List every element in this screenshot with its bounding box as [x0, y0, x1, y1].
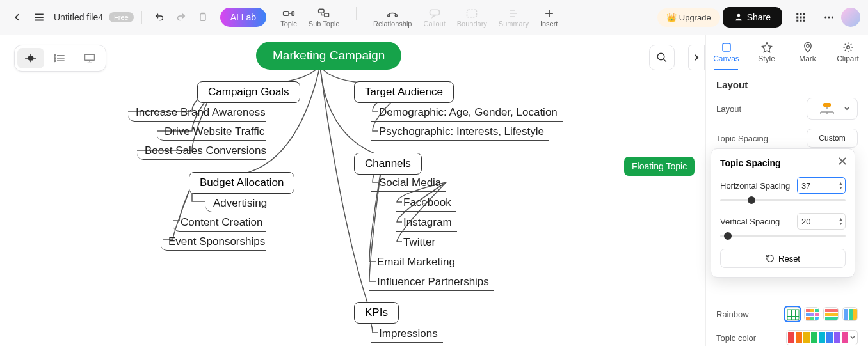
topic-spacing-value[interactable]: Custom	[807, 129, 858, 148]
leaf[interactable]: Advertising	[205, 195, 266, 212]
svg-rect-35	[787, 316, 799, 317]
svg-rect-15	[803, 17, 805, 19]
node-target-audience[interactable]: Target Audience	[354, 81, 454, 103]
paste-icon[interactable]	[193, 8, 213, 27]
svg-rect-40	[815, 309, 819, 312]
root-node[interactable]: Marketing Campaign	[256, 42, 401, 70]
svg-rect-38	[806, 309, 810, 312]
rainbow-label: Rainbow	[716, 310, 749, 319]
popover-title: Topic Spacing	[720, 158, 846, 168]
svg-rect-45	[810, 317, 814, 320]
leaf[interactable]: Social Media	[371, 175, 446, 192]
svg-rect-49	[825, 317, 838, 320]
svg-rect-28	[723, 43, 730, 51]
apps-icon[interactable]	[791, 8, 810, 27]
rainbow-option-1[interactable]	[785, 307, 800, 321]
leaf[interactable]: Impressions	[371, 326, 443, 343]
layout-selector[interactable]	[807, 98, 858, 120]
svg-point-24	[54, 58, 56, 59]
tab-style[interactable]: Style	[746, 35, 787, 70]
leaf[interactable]: Influencer Partnerships	[369, 274, 494, 291]
svg-rect-17	[800, 20, 802, 22]
leaf[interactable]: Content Creation	[173, 214, 266, 232]
svg-rect-43	[815, 313, 819, 316]
svg-point-27	[657, 53, 664, 60]
stepper-icon[interactable]: ▲▼	[839, 217, 843, 226]
svg-rect-48	[825, 313, 838, 316]
rainbow-option-4[interactable]	[842, 307, 858, 321]
collapse-panel-icon[interactable]	[688, 45, 705, 70]
svg-rect-51	[849, 309, 853, 320]
upgrade-button[interactable]: 👑Upgrade	[657, 8, 720, 27]
svg-rect-18	[803, 20, 805, 22]
svg-rect-26	[85, 54, 95, 60]
tab-clipart[interactable]: Clipart	[828, 35, 868, 70]
vertical-spacing-input[interactable]: 20▲▼	[797, 213, 846, 230]
insert-tool[interactable]: Insert	[540, 7, 558, 28]
close-icon[interactable]	[838, 157, 847, 168]
view-toggles	[14, 45, 106, 72]
canvas[interactable]: Marketing Campaign Floating Topic Campai…	[0, 35, 705, 346]
free-badge: Free	[109, 12, 134, 22]
svg-rect-10	[796, 13, 798, 15]
leaf[interactable]: Increase Brand Awareness	[128, 104, 266, 122]
redo-icon[interactable]	[172, 8, 191, 27]
reset-button[interactable]: Reset	[720, 249, 846, 268]
leaf[interactable]: Demographic: Age, Gender, Location	[371, 104, 563, 122]
node-budget[interactable]: Budget Allocation	[189, 172, 294, 194]
boundary-tool[interactable]: Boundary	[457, 7, 487, 28]
node-kpis[interactable]: KPIs	[354, 302, 399, 324]
connectors	[0, 35, 705, 346]
svg-rect-7	[430, 10, 439, 15]
share-button[interactable]: Share	[723, 7, 782, 28]
filename[interactable]: Untitled file4	[54, 12, 103, 22]
leaf[interactable]: Facebook	[396, 194, 456, 212]
svg-rect-11	[800, 13, 802, 15]
svg-point-5	[388, 15, 390, 17]
more-icon[interactable]	[819, 8, 839, 27]
horizontal-spacing-slider[interactable]	[720, 199, 846, 201]
undo-icon[interactable]	[150, 8, 169, 27]
rainbow-option-2[interactable]	[804, 307, 819, 321]
floating-topic[interactable]: Floating Topic	[624, 157, 695, 176]
vertical-spacing-slider[interactable]	[720, 235, 846, 237]
vertical-spacing-label: Vertical Spacing	[720, 217, 780, 226]
crown-icon: 👑	[666, 13, 677, 22]
leaf[interactable]: Twitter	[396, 234, 440, 251]
leaf[interactable]: Boost Sales Conversions	[137, 143, 266, 160]
svg-rect-46	[815, 317, 819, 320]
presentation-view-icon[interactable]	[76, 48, 103, 68]
back-icon[interactable]	[8, 8, 27, 27]
leaf[interactable]: Instagram	[396, 214, 457, 232]
leaf[interactable]: Email Marketing	[369, 254, 460, 271]
leaf[interactable]: Event Sponsorships	[161, 233, 266, 251]
panel-tabs: Canvas Style Mark Clipart	[706, 35, 868, 70]
node-campaign-goals[interactable]: Campaign Goals	[197, 81, 300, 103]
search-button[interactable]	[649, 45, 675, 70]
svg-point-23	[54, 55, 56, 57]
summary-tool[interactable]: Summary	[499, 7, 529, 28]
callout-tool[interactable]: Callout	[424, 7, 446, 28]
tab-mark[interactable]: Mark	[787, 35, 828, 70]
relationship-tool[interactable]: Relationship	[373, 7, 412, 28]
tab-canvas[interactable]: Canvas	[706, 35, 746, 70]
avatar[interactable]	[841, 8, 860, 27]
rainbow-option-3[interactable]	[823, 307, 839, 321]
subtopic-tool[interactable]: Sub Topic	[309, 7, 339, 28]
topic-color-picker[interactable]	[786, 330, 858, 345]
topic-tool[interactable]: Topic	[280, 7, 297, 28]
node-channels[interactable]: Channels	[354, 153, 422, 175]
mindmap-view-icon[interactable]	[17, 48, 44, 68]
ai-lab-button[interactable]: AI Lab	[220, 8, 266, 27]
horizontal-spacing-input[interactable]: 37▲▼	[797, 177, 846, 194]
svg-rect-14	[800, 17, 802, 19]
svg-rect-34	[787, 313, 799, 313]
menu-icon[interactable]	[29, 8, 49, 27]
leaf[interactable]: Psychographic: Interests, Lifestyle	[371, 123, 549, 141]
svg-point-19	[824, 17, 826, 19]
svg-point-29	[806, 45, 809, 48]
leaf[interactable]: Drive Website Traffic	[157, 123, 266, 141]
stepper-icon[interactable]: ▲▼	[839, 181, 843, 190]
svg-point-25	[54, 60, 56, 62]
outline-view-icon[interactable]	[47, 48, 74, 68]
